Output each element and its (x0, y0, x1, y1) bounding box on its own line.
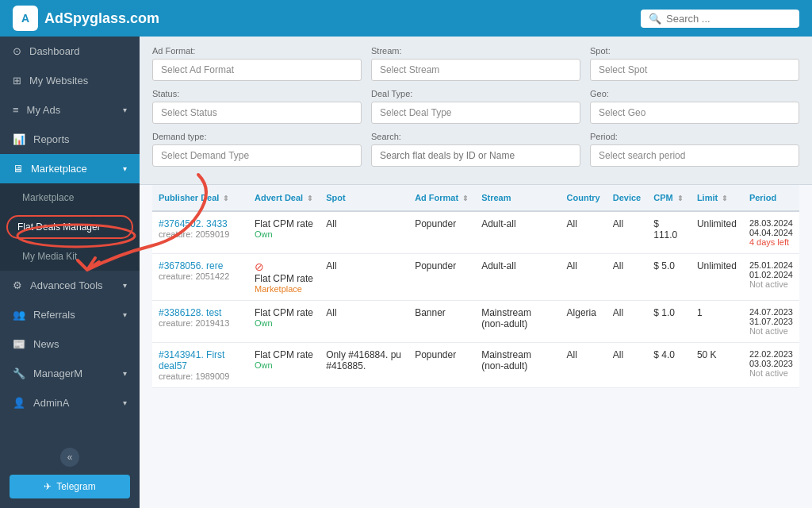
status-label: Status: (152, 89, 362, 98)
sidebar-collapse-button[interactable]: « (60, 448, 79, 467)
sidebar-item-reports[interactable]: 📊 Reports (0, 125, 140, 154)
table-body: #3764502. 3433 creature: 2059019 Flat CP… (152, 211, 799, 388)
sidebar-label-manager: ManagerM (33, 368, 82, 379)
my-websites-icon: ⊞ (13, 75, 21, 87)
chevron-down-icon: ▾ (123, 310, 127, 319)
demand-type-select[interactable]: Select Demand Type (152, 144, 362, 167)
col-advert-deal[interactable]: Advert Deal ⇕ (248, 185, 320, 211)
sort-icon: ⇕ (722, 194, 728, 202)
cell-advert-deal-3: Flat CPM rate Own (248, 343, 320, 388)
chevron-down-icon: ▾ (123, 369, 127, 378)
cell-publisher-deal-3: #3143941. First deal57 creature: 1989009 (152, 343, 248, 388)
telegram-label: Telegram (56, 481, 95, 492)
col-cpm[interactable]: CPM ⇕ (647, 185, 691, 211)
admin-icon: 👤 (13, 397, 25, 409)
table-wrapper: Publisher Deal ⇕ Advert Deal ⇕ Spot Ad F… (140, 185, 812, 401)
search-box[interactable]: 🔍 (641, 10, 799, 28)
deal-source-1[interactable]: Marketplace (255, 284, 313, 294)
cell-period-3: 22.02.2023 03.03.2023 Not active (743, 343, 799, 388)
period-select[interactable]: Select search period (590, 144, 799, 167)
cell-country-0: All (561, 211, 607, 254)
deal-type-label: Deal Type: (371, 89, 580, 98)
filter-group-demand-type: Demand type: Select Demand Type (152, 132, 362, 167)
telegram-icon: ✈ (44, 481, 52, 492)
cell-ad-format-0: Popunder (408, 211, 475, 254)
filter-group-status: Status: Select Status (152, 89, 362, 124)
chevron-down-icon: ▾ (123, 106, 127, 114)
reports-icon: 📊 (13, 133, 25, 145)
content-area: Ad Format: Select Ad Format Stream: Sele… (140, 37, 812, 508)
marketplace-submenu: Marketplace Flat Deals Manager My Media … (0, 183, 140, 271)
sidebar-label-dashboard: Dashboard (29, 45, 80, 57)
ad-format-select[interactable]: Select Ad Format (152, 59, 362, 81)
deal-type-select[interactable]: Select Deal Type (371, 102, 580, 124)
sidebar-item-my-websites[interactable]: ⊞ My Websites (0, 66, 140, 95)
col-period: Period (743, 185, 799, 211)
period-end-0: 04.04.2024 (749, 228, 793, 237)
sidebar-item-marketplace-sub[interactable]: Marketplace (0, 183, 140, 212)
period-end-3: 03.03.2023 (749, 359, 793, 368)
publisher-deal-id-0[interactable]: #3764502. 3433 (159, 218, 242, 229)
cell-publisher-deal-2: #3386128. test creature: 2019413 (152, 301, 248, 343)
sidebar-item-admin[interactable]: 👤 AdminA ▾ (0, 388, 140, 418)
cell-stream-0: Adult-all (475, 211, 560, 254)
search-filter-label: Search: (371, 132, 580, 141)
sidebar-item-referrals[interactable]: 👥 Referrals ▾ (0, 300, 140, 329)
creature-0: creature: 2059019 (159, 229, 242, 239)
status-select[interactable]: Select Status (152, 102, 362, 124)
cell-stream-3: Mainstream (non-adult) (475, 343, 560, 388)
publisher-deal-id-3[interactable]: #3143941. First deal57 (159, 349, 242, 371)
filter-group-stream: Stream: Select Stream (371, 46, 580, 81)
col-publisher-deal[interactable]: Publisher Deal ⇕ (152, 185, 248, 211)
spot-label: Spot: (590, 46, 799, 56)
col-stream: Stream (475, 185, 560, 211)
col-ad-format[interactable]: Ad Format ⇕ (408, 185, 475, 211)
col-limit[interactable]: Limit ⇕ (691, 185, 743, 211)
cell-period-0: 28.03.2024 04.04.2024 4 days left (743, 211, 799, 254)
deal-source-3[interactable]: Own (255, 360, 313, 370)
period-status-2: Not active (749, 326, 793, 336)
cell-publisher-deal-0: #3764502. 3433 creature: 2059019 (152, 211, 248, 254)
publisher-deal-id-1[interactable]: #3678056. rere (159, 260, 242, 271)
table-header: Publisher Deal ⇕ Advert Deal ⇕ Spot Ad F… (152, 185, 799, 211)
filter-row-3: Demand type: Select Demand Type Search: … (152, 132, 799, 167)
news-icon: 📰 (13, 338, 25, 350)
search-input[interactable] (666, 13, 791, 25)
cell-stream-1: Adult-all (475, 254, 560, 301)
period-start-3: 22.02.2023 (749, 349, 793, 359)
sidebar-item-my-media-kit[interactable]: My Media Kit (0, 242, 140, 271)
cell-period-1: 25.01.2024 01.02.2024 Not active (743, 254, 799, 301)
sidebar-item-manager[interactable]: 🔧 ManagerM ▾ (0, 359, 140, 388)
geo-select[interactable]: Select Geo (590, 102, 799, 124)
sidebar-item-news[interactable]: 📰 News (0, 329, 140, 359)
deal-type-2: Flat CPM rate (255, 307, 313, 318)
spot-select[interactable]: Select Spot (590, 59, 799, 81)
chevron-down-icon: ▾ (123, 398, 127, 407)
telegram-button[interactable]: ✈ Telegram (10, 475, 130, 498)
cell-cpm-3: $ 4.0 (647, 343, 691, 388)
publisher-deal-id-2[interactable]: #3386128. test (159, 307, 242, 318)
sidebar-item-my-ads[interactable]: ≡ My Ads ▾ (0, 95, 140, 125)
deal-source-0[interactable]: Own (255, 229, 313, 239)
main-layout: ⊙ Dashboard ⊞ My Websites ≡ My Ads ▾ 📊 R… (0, 37, 812, 508)
chevron-down-icon: ▾ (123, 164, 127, 173)
period-label: Period: (590, 132, 799, 141)
cell-advert-deal-1: ⊘ Flat CPM rate Marketplace (248, 254, 320, 301)
creature-2: creature: 2019413 (159, 318, 242, 328)
cell-country-1: All (561, 254, 607, 301)
deals-table: Publisher Deal ⇕ Advert Deal ⇕ Spot Ad F… (152, 185, 799, 388)
cell-cpm-0: $ 111.0 (647, 211, 691, 254)
search-filter-input[interactable] (371, 144, 580, 167)
sidebar-item-flat-deals-manager[interactable]: Flat Deals Manager (6, 215, 133, 239)
flat-deals-manager-label: Flat Deals Manager (17, 221, 101, 233)
filter-row-2: Status: Select Status Deal Type: Select … (152, 89, 799, 124)
sidebar-item-marketplace[interactable]: 🖥 Marketplace ▾ (0, 154, 140, 183)
stream-select[interactable]: Select Stream (371, 59, 580, 81)
sidebar-item-dashboard[interactable]: ⊙ Dashboard (0, 37, 140, 66)
cell-ad-format-2: Banner (408, 301, 475, 343)
deal-source-2[interactable]: Own (255, 318, 313, 328)
sidebar-item-advanced-tools[interactable]: ⚙ Advanced Tools ▾ (0, 271, 140, 300)
cell-ad-format-3: Popunder (408, 343, 475, 388)
cell-limit-0: Unlimited (691, 211, 743, 254)
cell-cpm-1: $ 5.0 (647, 254, 691, 301)
